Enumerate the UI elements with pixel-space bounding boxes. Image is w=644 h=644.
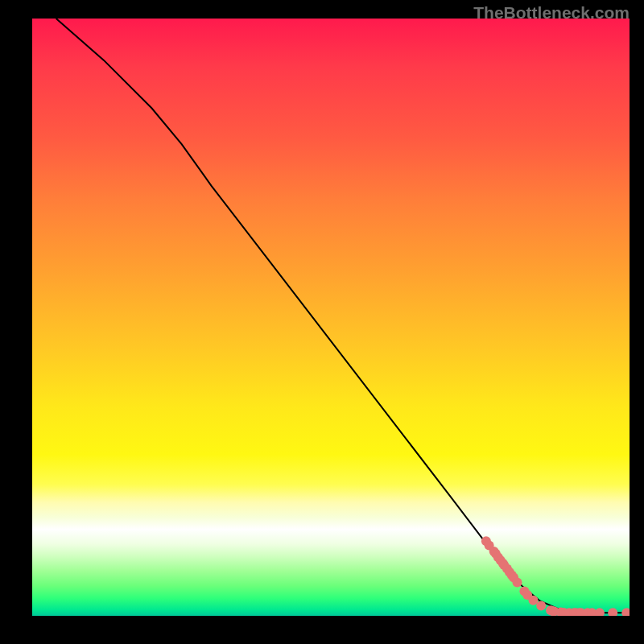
- svg-point-16: [536, 601, 546, 610]
- svg-point-29: [595, 608, 605, 616]
- svg-point-12: [513, 577, 522, 587]
- chart-container: TheBottleneck.com: [0, 0, 644, 644]
- svg-point-15: [529, 596, 539, 605]
- svg-point-30: [608, 608, 617, 616]
- svg-point-31: [621, 608, 630, 616]
- curve-line: [56, 19, 630, 613]
- scatter-points: [481, 536, 630, 616]
- plot-area: [32, 19, 630, 616]
- chart-overlay: [32, 19, 630, 616]
